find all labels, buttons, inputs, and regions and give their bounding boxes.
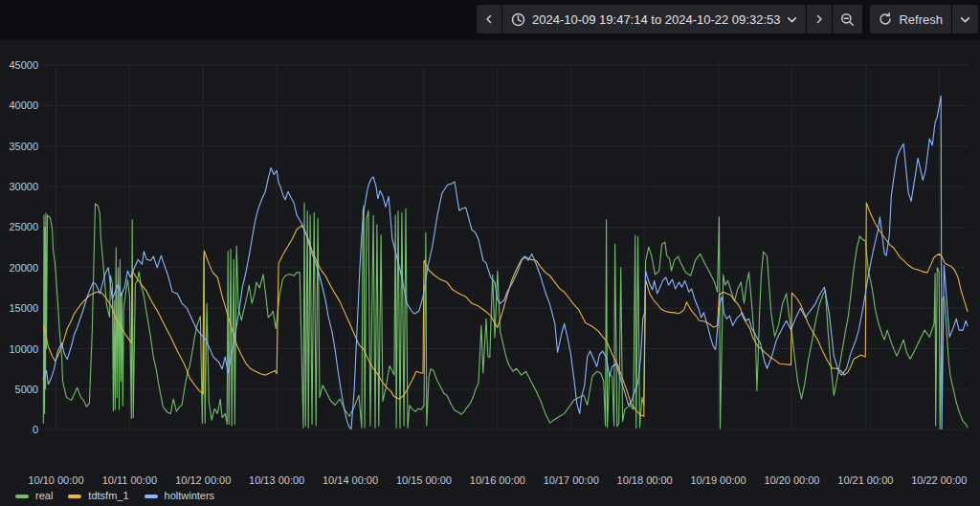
y-tick-label: 25000 [9, 221, 38, 232]
legend-color-dash [145, 495, 158, 498]
clock-icon [511, 12, 525, 27]
legend-item-tdtsfm_1[interactable]: tdtsfm_1 [68, 491, 128, 501]
time-range-picker-button[interactable]: 2024-10-09 19:47:14 to 2024-10-22 09:32:… [502, 5, 807, 33]
time-range-back-button[interactable] [477, 5, 501, 33]
y-tick-label: 45000 [9, 59, 38, 71]
chevron-down-icon [787, 14, 797, 25]
x-tick-label: 10/12 00:00 [175, 474, 231, 486]
x-tick-label: 10/11 00:00 [102, 474, 157, 486]
top-toolbar: 2024-10-09 19:47:14 to 2024-10-22 09:32:… [0, 0, 980, 40]
time-range-forward-button[interactable] [807, 5, 832, 33]
chevron-left-icon [484, 14, 494, 24]
refresh-group: Refresh [870, 5, 978, 33]
refresh-label: Refresh [899, 12, 943, 27]
x-tick-label: 10/15 00:00 [396, 474, 452, 486]
x-tick-label: 10/22 00:00 [911, 474, 967, 486]
x-tick-label: 10/19 00:00 [690, 474, 746, 486]
magnifier-minus-icon [840, 12, 855, 27]
chart-legend: realtdtsfm_1holtwinters [15, 491, 214, 501]
x-tick-label: 10/17 00:00 [544, 474, 599, 486]
legend-item-holtwinters[interactable]: holtwinters [145, 491, 215, 501]
chevron-down-icon [960, 14, 970, 25]
legend-label: real [35, 491, 53, 501]
zoom-out-time-button[interactable] [833, 5, 862, 33]
refresh-icon [879, 12, 892, 26]
x-tick-label: 10/21 00:00 [837, 474, 893, 486]
legend-label: tdtsfm_1 [88, 491, 128, 501]
legend-color-dash [68, 495, 81, 498]
legend-color-dash [15, 495, 29, 498]
refresh-button[interactable]: Refresh [870, 5, 951, 33]
y-tick-label: 40000 [9, 99, 38, 111]
legend-item-real[interactable]: real [15, 491, 53, 501]
refresh-interval-dropdown[interactable] [952, 5, 978, 33]
time-range-label: 2024-10-09 19:47:14 to 2024-10-22 09:32:… [532, 12, 781, 27]
chevron-right-icon [814, 14, 824, 24]
chart-canvas[interactable]: 0500010000150002000025000300003500040000… [0, 40, 980, 506]
x-tick-label: 10/13 00:00 [249, 474, 304, 486]
toolbar-right-group: 2024-10-09 19:47:14 to 2024-10-22 09:32:… [477, 5, 978, 33]
legend-label: holtwinters [165, 491, 215, 501]
x-tick-label: 10/10 00:00 [28, 474, 83, 486]
x-tick-label: 10/18 00:00 [617, 474, 673, 486]
y-tick-label: 5000 [15, 384, 38, 395]
x-tick-label: 10/14 00:00 [323, 474, 378, 486]
y-tick-label: 30000 [9, 181, 38, 192]
x-tick-label: 10/20 00:00 [764, 474, 819, 486]
y-tick-label: 35000 [9, 141, 38, 152]
y-tick-label: 10000 [9, 343, 38, 355]
timeseries-panel: 0500010000150002000025000300003500040000… [0, 40, 980, 506]
y-tick-label: 20000 [9, 262, 38, 274]
series-line-real [43, 203, 968, 429]
y-tick-label: 15000 [9, 302, 38, 314]
x-tick-label: 10/16 00:00 [470, 474, 525, 486]
time-controls-group: 2024-10-09 19:47:14 to 2024-10-22 09:32:… [477, 5, 863, 33]
y-tick-label: 0 [33, 424, 38, 435]
